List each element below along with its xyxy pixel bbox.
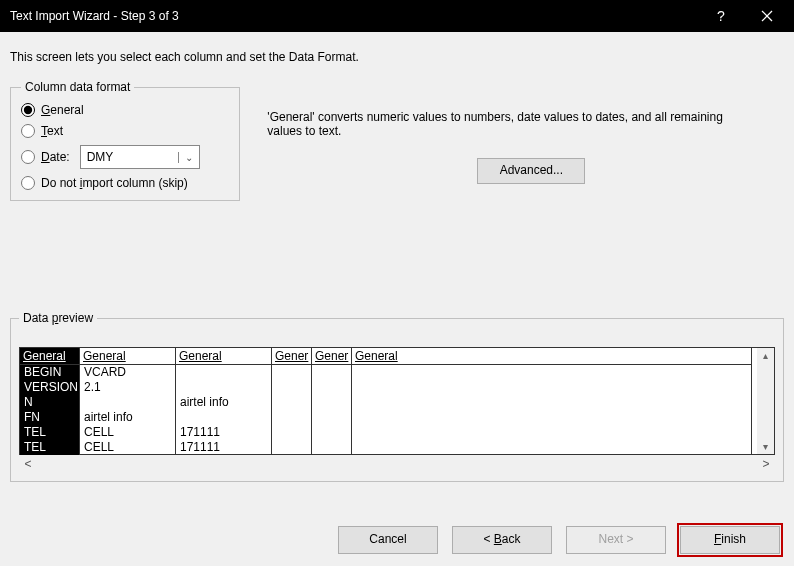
help-button[interactable]: ? <box>698 0 744 32</box>
preview-cell <box>312 365 351 380</box>
column-header: General <box>352 348 751 365</box>
preview-cell <box>352 440 751 455</box>
chevron-down-icon: ⌄ <box>178 152 193 163</box>
preview-cell: CELL <box>80 425 175 440</box>
column-header: General <box>20 348 79 365</box>
preview-cell <box>352 425 751 440</box>
scroll-down-icon: ▾ <box>763 441 768 452</box>
preview-cell <box>272 410 311 425</box>
column-header: Gener <box>312 348 351 365</box>
column-header: General <box>176 348 271 365</box>
preview-table: GeneralBEGINVERSIONNFNTELTELGeneralVCARD… <box>20 348 774 455</box>
preview-cell <box>352 380 751 395</box>
advanced-button[interactable]: Advanced... <box>477 158 585 184</box>
cancel-button[interactable]: Cancel <box>338 526 438 554</box>
preview-cell <box>312 380 351 395</box>
window-title: Text Import Wizard - Step 3 of 3 <box>10 9 698 23</box>
preview-cell: TEL <box>20 425 79 440</box>
preview-cell <box>312 410 351 425</box>
preview-cell <box>272 395 311 410</box>
column-data-format-group: Column data format General Text Date: DM… <box>10 80 240 201</box>
vertical-scrollbar[interactable]: ▴ ▾ <box>757 348 774 454</box>
radio-general[interactable] <box>21 103 35 117</box>
date-format-value: DMY <box>87 150 114 164</box>
scroll-right-icon: > <box>757 457 775 471</box>
column-header: Gener <box>272 348 311 365</box>
preview-cell: airtel info <box>176 395 271 410</box>
preview-cell <box>312 425 351 440</box>
preview-cell: TEL <box>20 440 79 455</box>
preview-cell <box>176 380 271 395</box>
next-button: Next > <box>566 526 666 554</box>
column-group-legend: Column data format <box>21 80 134 94</box>
scroll-left-icon: < <box>19 457 37 471</box>
finish-button[interactable]: Finish <box>680 526 780 554</box>
preview-cell: N <box>20 395 79 410</box>
radio-date[interactable] <box>21 150 35 164</box>
description-text: This screen lets you select each column … <box>10 50 784 64</box>
preview-cell <box>80 395 175 410</box>
preview-cell <box>312 440 351 455</box>
preview-cell: VCARD <box>80 365 175 380</box>
preview-cell <box>272 440 311 455</box>
preview-cell: 2.1 <box>80 380 175 395</box>
preview-cell: CELL <box>80 440 175 455</box>
preview-cell <box>272 365 311 380</box>
preview-column[interactable]: General <box>352 348 752 455</box>
close-icon <box>761 10 773 22</box>
preview-column[interactable]: Generalairtel info171111171111 <box>176 348 272 455</box>
preview-cell <box>352 395 751 410</box>
data-preview-group: Data preview GeneralBEGINVERSIONNFNTELTE… <box>10 311 784 482</box>
preview-cell <box>272 425 311 440</box>
dialog-content: This screen lets you select each column … <box>0 32 794 492</box>
back-button[interactable]: < Back <box>452 526 552 554</box>
preview-legend: Data preview <box>19 311 97 325</box>
preview-cell: 171111 <box>176 440 271 455</box>
preview-cell: 171111 <box>176 425 271 440</box>
preview-cell <box>176 365 271 380</box>
preview-cell: VERSION <box>20 380 79 395</box>
radio-text-label[interactable]: Text <box>41 124 63 138</box>
column-header: General <box>80 348 175 365</box>
preview-cell: FN <box>20 410 79 425</box>
titlebar: Text Import Wizard - Step 3 of 3 ? <box>0 0 794 32</box>
preview-cell <box>176 410 271 425</box>
radio-date-label[interactable]: Date: <box>41 150 70 164</box>
preview-cell <box>352 365 751 380</box>
preview-column[interactable]: Gener <box>272 348 312 455</box>
radio-general-label[interactable]: General <box>41 103 84 117</box>
radio-text[interactable] <box>21 124 35 138</box>
format-info-text: 'General' converts numeric values to num… <box>267 110 743 138</box>
radio-skip-label[interactable]: Do not import column (skip) <box>41 176 188 190</box>
preview-cell: BEGIN <box>20 365 79 380</box>
horizontal-scrollbar[interactable]: < > <box>19 455 775 473</box>
preview-area: GeneralBEGINVERSIONNFNTELTELGeneralVCARD… <box>19 347 775 455</box>
preview-cell: airtel info <box>80 410 175 425</box>
preview-cell <box>312 395 351 410</box>
close-button[interactable] <box>744 0 790 32</box>
info-column: 'General' converts numeric values to num… <box>243 80 743 184</box>
dialog-footer: Cancel < Back Next > Finish <box>338 526 780 554</box>
preview-column[interactable]: GeneralBEGINVERSIONNFNTELTEL <box>20 348 80 455</box>
preview-column[interactable]: Gener <box>312 348 352 455</box>
preview-cell <box>352 410 751 425</box>
preview-column[interactable]: GeneralVCARD2.1airtel infoCELLCELL <box>80 348 176 455</box>
scroll-up-icon: ▴ <box>763 350 768 361</box>
radio-skip[interactable] <box>21 176 35 190</box>
date-format-select[interactable]: DMY ⌄ <box>80 145 200 169</box>
preview-cell <box>272 380 311 395</box>
